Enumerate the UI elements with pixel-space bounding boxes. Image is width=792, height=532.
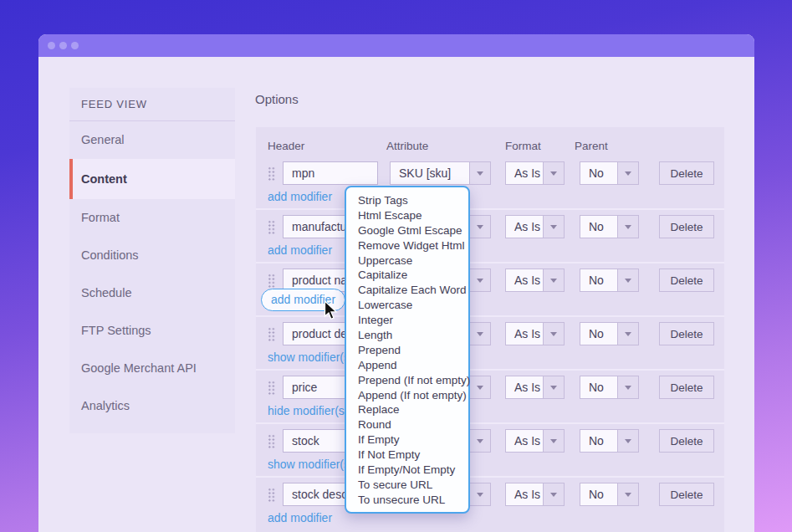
sidebar-item-google-merchant-api[interactable]: Google Merchant API: [69, 350, 235, 387]
window-titlebar: [38, 34, 754, 57]
table-row: SKU [sku] As Is No Delete add modifier: [256, 161, 724, 215]
chevron-down-icon: [543, 269, 564, 291]
sidebar: FEED VIEW General Content Format Conditi…: [69, 88, 235, 433]
parent-select[interactable]: No: [580, 483, 639, 506]
sidebar-item-ftp-settings[interactable]: FTP Settings: [69, 312, 235, 350]
parent-select[interactable]: No: [580, 376, 639, 399]
modifier-menu-item[interactable]: Uppercase: [358, 253, 468, 269]
sidebar-item-analytics[interactable]: Analytics: [69, 387, 235, 425]
delete-button[interactable]: Delete: [659, 429, 714, 453]
delete-button[interactable]: Delete: [659, 376, 714, 399]
modifier-menu-item[interactable]: Prepend (If not empty): [358, 373, 468, 388]
modifier-menu-item[interactable]: Remove Widget Html: [358, 238, 468, 253]
sidebar-item-label: Content: [81, 172, 127, 186]
drag-handle-icon[interactable]: [268, 166, 275, 181]
sidebar-item-general[interactable]: General: [69, 121, 235, 159]
chevron-down-icon: [543, 162, 564, 184]
delete-button[interactable]: Delete: [659, 322, 714, 345]
sidebar-item-label: Conditions: [81, 248, 139, 262]
chevron-down-icon: [469, 269, 490, 291]
format-select-value: As Is: [506, 269, 543, 291]
table-row: As Is No Delete add modifier: [256, 483, 724, 532]
modifier-menu-item[interactable]: Html Escape: [358, 208, 468, 223]
chevron-down-icon: [469, 323, 490, 345]
modifier-menu-item[interactable]: Strip Tags: [358, 193, 468, 208]
format-select[interactable]: As Is: [505, 161, 565, 185]
modifier-menu-item[interactable]: Google Gtml Escape: [358, 223, 468, 238]
delete-button[interactable]: Delete: [659, 483, 714, 506]
chevron-down-icon: [617, 483, 638, 505]
format-select[interactable]: As Is: [505, 215, 565, 238]
sidebar-items: General Content Format Conditions Schedu…: [69, 121, 235, 425]
delete-button[interactable]: Delete: [659, 269, 714, 292]
modifier-link[interactable]: add modifier: [261, 289, 345, 311]
parent-select[interactable]: No: [580, 215, 639, 238]
modifier-menu-item[interactable]: If Not Empty: [358, 448, 468, 463]
format-select[interactable]: As Is: [505, 483, 565, 506]
sidebar-item-schedule[interactable]: Schedule: [69, 274, 235, 312]
modifier-menu-item[interactable]: If Empty/Not Empty: [358, 463, 468, 478]
sidebar-item-label: FTP Settings: [81, 324, 151, 337]
drag-handle-icon[interactable]: [268, 488, 275, 502]
format-select[interactable]: As Is: [505, 322, 565, 345]
format-select[interactable]: As Is: [505, 269, 565, 292]
sidebar-item-label: General: [81, 133, 125, 146]
app-window: FEED VIEW General Content Format Conditi…: [38, 34, 754, 532]
parent-select-value: No: [580, 269, 617, 291]
chevron-down-icon: [469, 430, 490, 452]
column-header-label: Header: [268, 140, 304, 152]
chevron-down-icon: [617, 323, 638, 345]
chevron-down-icon: [543, 483, 564, 505]
chevron-down-icon: [543, 216, 564, 238]
modifier-menu-item[interactable]: Integer: [358, 313, 468, 328]
table-row: As Is No Delete show modifier(s)...: [256, 429, 724, 483]
parent-select-value: No: [580, 216, 617, 238]
parent-select[interactable]: No: [580, 429, 639, 453]
chevron-down-icon: [469, 216, 490, 238]
modifier-menu-item[interactable]: Append: [358, 358, 468, 373]
delete-button[interactable]: Delete: [659, 161, 714, 185]
sidebar-item-content[interactable]: Content: [69, 159, 235, 199]
drag-handle-icon[interactable]: [268, 220, 275, 234]
parent-select[interactable]: No: [580, 161, 639, 185]
delete-button[interactable]: Delete: [659, 215, 714, 238]
sidebar-item-format[interactable]: Format: [69, 199, 235, 237]
format-select[interactable]: As Is: [505, 429, 565, 453]
header-input[interactable]: [283, 161, 378, 185]
modifier-menu-item[interactable]: To unsecure URL: [358, 493, 468, 508]
drag-handle-icon[interactable]: [268, 381, 275, 395]
table-row: As Is No Delete show modifier(s)...: [256, 322, 724, 376]
modifier-menu-item[interactable]: Capitalize: [358, 268, 468, 283]
modifier-menu-item[interactable]: Length: [358, 328, 468, 343]
drag-handle-icon[interactable]: [268, 274, 275, 288]
modifier-menu-item[interactable]: To secure URL: [358, 478, 468, 493]
window-dot-2[interactable]: [59, 42, 67, 49]
modifier-menu-item[interactable]: Lowercase: [358, 298, 468, 313]
chevron-down-icon: [543, 376, 564, 398]
sidebar-item-conditions[interactable]: Conditions: [69, 237, 235, 274]
format-select-value: As Is: [506, 216, 543, 238]
modifier-menu-item[interactable]: Append (If not empty): [358, 388, 468, 403]
format-select-value: As Is: [506, 376, 543, 398]
modifier-menu-item[interactable]: Capitalize Each Word: [358, 283, 468, 298]
chevron-down-icon: [469, 376, 490, 398]
modifier-menu-item[interactable]: Round: [358, 417, 468, 432]
drag-handle-icon[interactable]: [268, 434, 275, 448]
modifier-menu-item[interactable]: If Empty: [358, 432, 468, 448]
modifier-link[interactable]: add modifier: [268, 243, 332, 257]
modifier-link[interactable]: add modifier: [268, 190, 332, 203]
drag-handle-icon[interactable]: [268, 327, 275, 341]
parent-select-value: No: [580, 430, 617, 452]
window-dot-1[interactable]: [48, 42, 55, 49]
table-row: As Is No Delete add modifier: [256, 269, 724, 322]
parent-select[interactable]: No: [580, 269, 639, 292]
parent-select[interactable]: No: [580, 322, 639, 345]
modifier-link[interactable]: add modifier: [268, 511, 332, 524]
format-select-value: As Is: [506, 430, 543, 452]
window-dot-3[interactable]: [71, 42, 79, 49]
format-select[interactable]: As Is: [505, 376, 565, 399]
modifier-menu-item[interactable]: Prepend: [358, 343, 468, 358]
parent-select-value: No: [580, 162, 617, 184]
attribute-select[interactable]: SKU [sku]: [390, 161, 491, 185]
modifier-menu-item[interactable]: Replace: [358, 402, 468, 417]
